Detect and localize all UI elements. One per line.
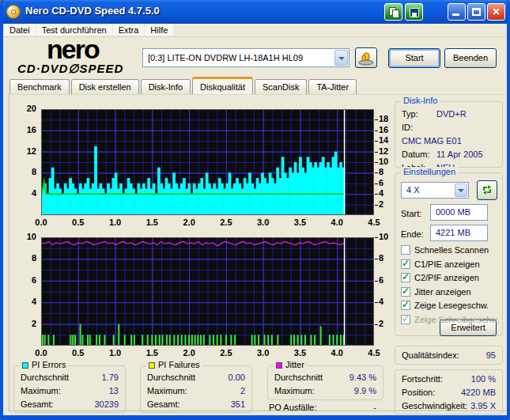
po-failures-row: PO Ausfälle: - bbox=[269, 403, 376, 412]
axis-tick bbox=[375, 141, 378, 142]
y-axis-label: 16 bbox=[14, 125, 36, 134]
axis-tick bbox=[375, 184, 378, 184]
window-title: Nero CD-DVD Speed 4.7.5.0 bbox=[25, 5, 160, 17]
check-icon: ✓ bbox=[402, 286, 410, 297]
stat-row: Durchschnitt1.79 bbox=[21, 371, 119, 384]
stat-row: Durchschnitt0.00 bbox=[147, 371, 245, 384]
checkbox-box[interactable]: ✓ bbox=[401, 287, 410, 297]
stat-value: 100 % bbox=[471, 373, 496, 386]
axis-tick bbox=[375, 237, 378, 238]
end-mb-input[interactable]: 4221 MB bbox=[430, 225, 488, 241]
x-axis-label: 0.0 bbox=[29, 348, 53, 358]
y-axis-right-label: 8 bbox=[379, 253, 383, 263]
check-icon: ✓ bbox=[402, 258, 410, 269]
stat-row: Position:4220 MB bbox=[402, 386, 496, 399]
end-mb-label: Ende: bbox=[401, 229, 424, 240]
checkbox-box[interactable]: ✓ bbox=[401, 301, 410, 310]
speed-select-arrow[interactable] bbox=[455, 184, 467, 197]
checkbox-schnelles-scannen[interactable]: Schnelles Scannen bbox=[401, 244, 489, 255]
tab-disk-erstellen[interactable]: Disk erstellen bbox=[71, 79, 139, 94]
pi-failures-color-swatch bbox=[149, 362, 155, 369]
stat-label: Gesamt: bbox=[21, 398, 54, 411]
x-axis-label: 0.5 bbox=[66, 218, 90, 227]
x-axis-label: 3.5 bbox=[288, 348, 312, 358]
speed-select[interactable]: 4 X bbox=[401, 182, 469, 199]
maximize-button[interactable] bbox=[467, 3, 485, 21]
jitter-stats-title: Jitter bbox=[274, 360, 307, 369]
stat-label: ID: bbox=[402, 121, 436, 134]
menu-item-datei[interactable]: Datei bbox=[4, 24, 36, 36]
y-axis-label: 2 bbox=[14, 319, 36, 328]
stat-label: Durchschnitt bbox=[21, 371, 69, 384]
app-window: Nero CD-DVD Speed 4.7.5.0 ✕ DateiTest du… bbox=[0, 0, 510, 420]
tab-strip: BenchmarkDisk erstellenDisk-InfoDiskqual… bbox=[9, 79, 358, 95]
quit-button[interactable]: Beenden bbox=[444, 48, 497, 68]
close-button[interactable]: ✕ bbox=[487, 3, 505, 21]
axis-tick bbox=[375, 281, 378, 282]
checkbox-label: Jitter anzeigen bbox=[414, 287, 471, 297]
y-axis-label: 4 bbox=[14, 188, 36, 198]
stat-value: 0.00 bbox=[229, 371, 245, 384]
stat-value: 3.95 X bbox=[470, 399, 496, 413]
cddvdspeed-logo: CD·DVD∅SPEED bbox=[17, 62, 123, 76]
drive-select-value: [0:3] LITE-ON DVDRW LH-18A1H HL09 bbox=[148, 53, 303, 62]
y-axis-right-label: 16 bbox=[379, 125, 388, 134]
copy-button[interactable] bbox=[384, 3, 402, 21]
tab-diskqualit-t[interactable]: Diskqualität bbox=[192, 77, 253, 94]
stat-row: Durchschnitt9.43 % bbox=[274, 371, 376, 384]
app-icon bbox=[6, 5, 21, 19]
checkbox-box: ✓ bbox=[401, 315, 410, 324]
x-axis-label: 2.0 bbox=[177, 348, 201, 358]
menu-item-hilfe[interactable]: Hilfe bbox=[145, 24, 173, 36]
disk-info-title: Disk-Info bbox=[401, 96, 440, 105]
refresh-button[interactable] bbox=[477, 180, 497, 200]
drive-select-arrow[interactable] bbox=[334, 50, 348, 66]
start-mb-label: Start: bbox=[401, 208, 421, 219]
eject-button[interactable] bbox=[355, 47, 377, 68]
pi-failures-jitter-chart bbox=[41, 237, 374, 346]
save-button[interactable] bbox=[405, 3, 423, 21]
axis-tick bbox=[375, 324, 378, 325]
axis-tick bbox=[375, 172, 378, 173]
stat-row: Gesamt:351 bbox=[147, 398, 245, 411]
start-button[interactable]: Start bbox=[388, 48, 440, 68]
y-axis-right-label: 12 bbox=[379, 146, 388, 156]
stat-label: Geschwindigkeit: bbox=[402, 399, 467, 413]
minimize-icon bbox=[452, 13, 459, 16]
stat-row: Typ:DVD+R bbox=[402, 108, 496, 121]
jitter-stats-box: Jitter Durchschnitt9.43 %Maximum:9.9 % bbox=[267, 365, 383, 400]
checkbox-box[interactable]: ✓ bbox=[401, 273, 410, 282]
po-failures-label: PO Ausfälle: bbox=[269, 403, 317, 412]
jitter-color-swatch bbox=[276, 362, 282, 369]
checkbox-box[interactable] bbox=[401, 245, 410, 255]
checkbox-jitter-anzeigen[interactable]: ✓Jitter anzeigen bbox=[401, 286, 471, 297]
drive-select[interactable]: [0:3] LITE-ON DVDRW LH-18A1H HL09 bbox=[142, 48, 349, 67]
save-icon bbox=[410, 8, 419, 17]
start-mb-input[interactable]: 0000 MB bbox=[430, 204, 488, 221]
checkbox-c1-pie-anzeigen[interactable]: ✓C1/PIE anzeigen bbox=[401, 259, 480, 270]
x-axis-label: 1.0 bbox=[104, 348, 127, 358]
pi-errors-stats-title: PI Errors bbox=[20, 360, 68, 369]
pi-errors-color-swatch bbox=[22, 362, 28, 369]
quality-index-label: Qualitätsindex: bbox=[402, 349, 459, 362]
title-bar: Nero CD-DVD Speed 4.7.5.0 ✕ bbox=[0, 0, 510, 24]
tab-benchmark[interactable]: Benchmark bbox=[9, 79, 70, 94]
y-axis-label: 8 bbox=[14, 253, 36, 263]
tab-disk-info[interactable]: Disk-Info bbox=[141, 79, 191, 94]
check-icon: ✓ bbox=[402, 271, 410, 282]
checkbox-label: C1/PIE anzeigen bbox=[414, 259, 480, 269]
tab-ta-jitter[interactable]: TA-Jitter bbox=[308, 79, 357, 94]
menu-item-extra[interactable]: Extra bbox=[113, 24, 145, 36]
x-axis-label: 1.0 bbox=[104, 218, 127, 227]
x-axis-label: 4.5 bbox=[362, 218, 386, 227]
minimize-button[interactable] bbox=[448, 3, 466, 21]
stat-label: Durchschnitt bbox=[274, 371, 323, 384]
stat-value: 2 bbox=[240, 384, 245, 398]
checkbox-c2-pif-anzeigen[interactable]: ✓C2/PIF anzeigen bbox=[401, 272, 479, 283]
stat-value: DVD+R bbox=[436, 108, 467, 121]
checkbox-zeige-lesegeschw-[interactable]: ✓Zeige Lesegeschw. bbox=[401, 300, 489, 311]
tab-scandisk[interactable]: ScanDisk bbox=[255, 79, 307, 94]
checkbox-box[interactable]: ✓ bbox=[401, 259, 410, 269]
y-axis-right-label: 6 bbox=[379, 275, 383, 285]
pi-errors-stats-box: PI Errors Durchschnitt1.79Maximum:13Gesa… bbox=[13, 365, 126, 413]
